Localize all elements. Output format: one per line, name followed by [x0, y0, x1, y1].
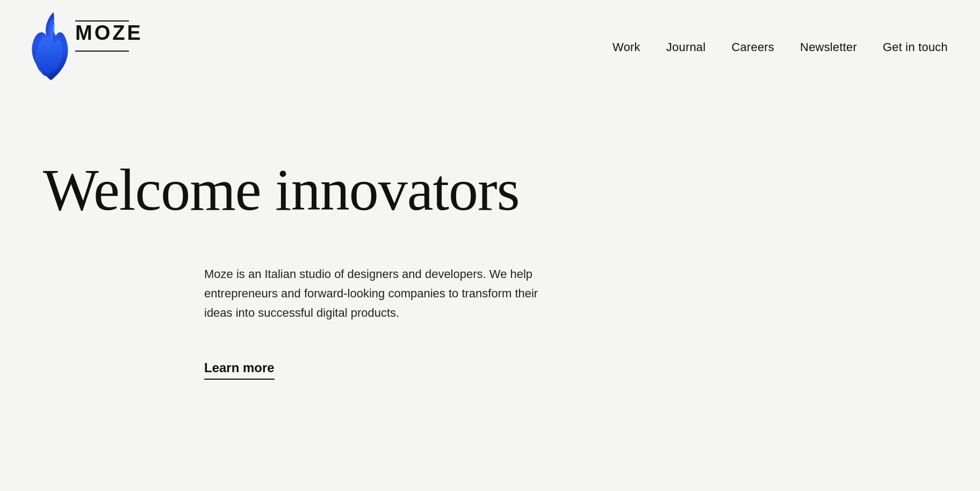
site-header: MOZE Work Journal Careers Newsletter Get… — [0, 0, 980, 95]
nav-item-newsletter[interactable]: Newsletter — [800, 40, 857, 54]
learn-more-link[interactable]: Learn more — [204, 360, 275, 380]
hero-description: Moze is an Italian studio of designers a… — [204, 265, 548, 323]
nav-item-careers[interactable]: Careers — [731, 40, 774, 54]
logo-icon — [21, 10, 81, 85]
main-content: Welcome innovators Moze is an Italian st… — [0, 95, 645, 423]
main-nav: Work Journal Careers Newsletter Get in t… — [612, 40, 948, 54]
nav-item-get-in-touch[interactable]: Get in touch — [883, 40, 948, 54]
logo-text: MOZE — [75, 23, 143, 43]
nav-item-journal[interactable]: Journal — [666, 40, 706, 54]
logo-area[interactable]: MOZE — [21, 10, 140, 85]
nav-item-work[interactable]: Work — [612, 40, 640, 54]
hero-title: Welcome innovators — [43, 159, 612, 222]
logo-underline-bottom — [75, 51, 129, 52]
